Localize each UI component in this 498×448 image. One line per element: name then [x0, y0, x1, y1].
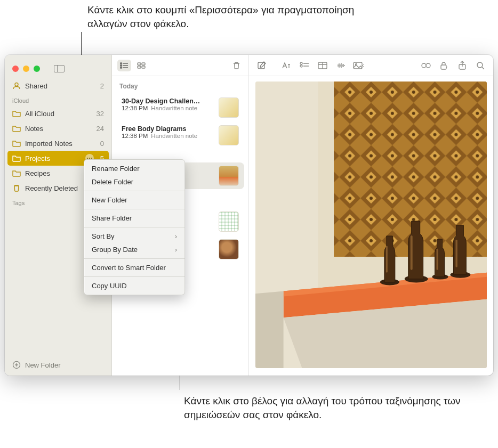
table-icon [318, 62, 327, 69]
svg-rect-35 [386, 246, 388, 273]
svg-point-16 [422, 63, 426, 68]
sidebar-toggle-icon[interactable] [54, 65, 65, 72]
minimize-window-button[interactable] [23, 66, 29, 72]
sidebar-item-count: 32 [97, 110, 104, 118]
callout-sort-arrow: Κάντε κλικ στο βέλος για αλλαγή του τρόπ… [184, 394, 461, 421]
ctx-share-folder[interactable]: Share Folder [84, 211, 184, 225]
new-folder-button[interactable]: New Folder [5, 355, 111, 376]
svg-point-4 [121, 67, 122, 68]
sidebar-section-icloud: iCloud [5, 93, 111, 106]
note-content-pane [249, 55, 493, 376]
svg-point-17 [426, 63, 430, 68]
svg-point-11 [300, 65, 302, 67]
svg-rect-6 [142, 63, 145, 65]
sidebar-item-label: Imported Notes [25, 140, 96, 148]
close-window-button[interactable] [12, 66, 19, 72]
svg-rect-18 [441, 65, 446, 69]
grid-icon [137, 62, 146, 69]
callout-more-button: Κάντε κλικ στο κουμπί «Περισσότερα» για … [87, 3, 386, 30]
ctx-new-folder[interactable]: New Folder [84, 193, 184, 207]
photo-illustration [255, 82, 487, 368]
note-thumbnail [219, 166, 239, 186]
window-controls [5, 55, 111, 76]
sidebar-item-count: 2 [100, 82, 104, 90]
zoom-window-button[interactable] [34, 66, 40, 72]
table-button[interactable] [314, 59, 331, 72]
ctx-sort-by[interactable]: Sort By› [84, 230, 184, 243]
sidebar-item-count: 0 [100, 140, 104, 148]
chevron-right-icon: › [175, 233, 177, 240]
folder-icon [12, 125, 21, 132]
note-title: Free Body Diagrams [122, 125, 213, 133]
svg-rect-5 [138, 63, 141, 65]
trash-icon [12, 184, 21, 192]
svg-rect-38 [455, 240, 457, 267]
list-icon [120, 62, 128, 69]
svg-point-0 [15, 83, 18, 86]
checklist-button[interactable] [296, 59, 313, 72]
svg-rect-8 [142, 66, 145, 68]
ctx-convert-smart-folder[interactable]: Convert to Smart Folder [84, 261, 184, 274]
date-group-label: Today [112, 80, 248, 94]
ctx-delete-folder[interactable]: Delete Folder [84, 175, 184, 189]
compose-icon [257, 61, 267, 70]
share-button[interactable] [454, 59, 471, 72]
separator [84, 276, 184, 277]
content-toolbar [249, 55, 493, 76]
note-thumbnail [219, 239, 239, 259]
note-title: 30-Day Design Challen… [122, 97, 213, 105]
note-content-image [255, 82, 487, 368]
delete-note-button[interactable] [229, 60, 243, 71]
lock-icon [439, 61, 449, 70]
noteslist-toolbar [112, 55, 248, 76]
photo-icon [353, 61, 365, 70]
separator [84, 227, 184, 227]
svg-rect-7 [138, 66, 141, 68]
search-icon [476, 61, 485, 70]
note-subtitle: 12:38 PMHandwritten note [122, 105, 213, 111]
separator [84, 258, 184, 259]
svg-point-3 [121, 64, 122, 66]
trash-icon [232, 61, 240, 70]
compose-button[interactable] [253, 59, 270, 72]
shared-icon [12, 82, 21, 89]
sidebar-folder-imported[interactable]: Imported Notes 0 [5, 136, 111, 151]
svg-rect-24 [334, 82, 487, 257]
search-button[interactable] [472, 59, 489, 72]
note-item[interactable]: Free Body Diagrams 12:38 PMHandwritten n… [116, 122, 244, 149]
svg-rect-14 [354, 62, 362, 69]
list-view-button[interactable] [117, 60, 131, 71]
plus-circle-icon [12, 361, 21, 369]
gallery-view-button[interactable] [134, 60, 148, 71]
svg-marker-30 [255, 291, 284, 368]
separator [84, 209, 184, 209]
sidebar-folder-all-icloud[interactable]: All iCloud 32 [5, 106, 111, 121]
svg-point-20 [477, 62, 483, 68]
sidebar-item-label: Shared [25, 82, 96, 90]
notes-window: Shared 2 iCloud All iCloud 32 Notes 24 I… [5, 55, 493, 376]
sidebar-shared[interactable]: Shared 2 [5, 78, 111, 93]
ctx-copy-uuid[interactable]: Copy UUID [84, 279, 184, 292]
audio-button[interactable] [332, 59, 349, 72]
waveform-icon [336, 62, 346, 69]
text-format-icon [281, 62, 292, 69]
svg-point-10 [300, 62, 302, 64]
folder-icon [12, 110, 21, 117]
svg-rect-36 [411, 235, 413, 270]
sidebar-item-label: All iCloud [25, 110, 92, 118]
folder-icon [12, 140, 21, 147]
folder-icon [12, 154, 21, 162]
format-button[interactable] [278, 59, 295, 72]
sidebar-folder-notes[interactable]: Notes 24 [5, 121, 111, 136]
share-icon [458, 61, 467, 70]
ctx-rename-folder[interactable]: Rename Folder [84, 162, 184, 175]
ctx-group-by-date[interactable]: Group By Date› [84, 243, 184, 256]
link-button[interactable] [417, 59, 435, 72]
lock-button[interactable] [436, 59, 453, 72]
sidebar-item-label: Notes [25, 125, 92, 133]
separator [84, 191, 184, 191]
svg-rect-37 [437, 249, 438, 270]
media-button[interactable] [350, 59, 367, 72]
note-item[interactable]: 30-Day Design Challen… 12:38 PMHandwritt… [116, 94, 244, 121]
chevron-right-icon: › [175, 246, 177, 254]
